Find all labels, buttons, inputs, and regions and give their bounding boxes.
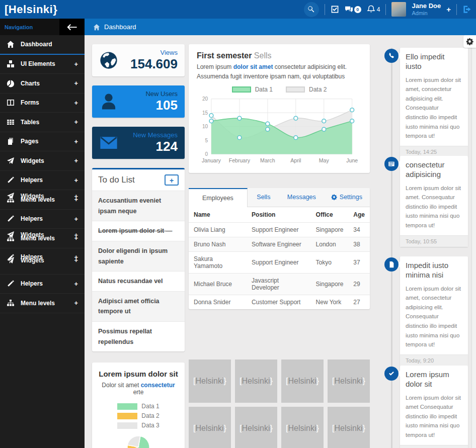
- sidebar-item-ui-elements[interactable]: UI Elements+: [0, 55, 85, 74]
- sidebar-item-tables[interactable]: Tables+: [0, 113, 85, 132]
- breadcrumb: Dashboard: [85, 19, 476, 35]
- timeline-file-icon: [384, 257, 399, 272]
- plane-icon: [7, 157, 15, 165]
- pie-card: Lorem ipsum dolor sit Dolor sit amet con…: [92, 363, 185, 448]
- logout-icon[interactable]: [462, 5, 472, 14]
- table-cell: 27: [348, 295, 370, 309]
- tab-settings[interactable]: Settings: [324, 188, 370, 207]
- add-button[interactable]: +: [446, 5, 451, 14]
- sidebar-item-dashboard[interactable]: Dashboard: [0, 35, 85, 55]
- expand-plus: +: [74, 234, 78, 242]
- sidebar-collapse-button[interactable]: [59, 19, 85, 35]
- svg-text:15: 15: [202, 110, 208, 116]
- envelope-icon: [99, 133, 118, 152]
- stat-value: 124: [118, 139, 178, 154]
- search-button[interactable]: [304, 2, 319, 17]
- expand-plus: +: [74, 215, 78, 223]
- table-icon: [7, 118, 15, 126]
- legend-swatch: [286, 86, 305, 93]
- legend-item[interactable]: Data 2: [286, 86, 327, 93]
- timeline-title: consectetur adipisicing: [406, 160, 462, 180]
- stat-label: Views: [118, 49, 178, 57]
- placeholder-image: [Helsinki}: [235, 360, 277, 403]
- sidebar-item-menu-levels[interactable]: Menu levels+Widgets+: [0, 229, 85, 248]
- breadcrumb-label[interactable]: Dashboard: [104, 23, 136, 31]
- description-link[interactable]: consectetur: [141, 382, 175, 389]
- sitemap-icon: [7, 196, 15, 204]
- stat-label: New Messages: [118, 132, 178, 139]
- sidebar-item-helpers[interactable]: Helpers+Widgets+: [0, 248, 85, 275]
- pie-legend: Data 1Data 2Data 3: [117, 403, 159, 431]
- legend-label: Data 2: [309, 86, 327, 93]
- sidebar-item-charts[interactable]: Charts+: [0, 74, 85, 94]
- svg-text:0: 0: [205, 151, 208, 157]
- legend-item[interactable]: Data 1: [232, 86, 273, 93]
- todo-item[interactable]: Natus recusandae vel: [92, 271, 185, 291]
- home-icon: [7, 40, 15, 48]
- timeline-entry: consectetur adipisicingLorem ipsum dolor…: [378, 156, 476, 247]
- panel-settings-button[interactable]: [463, 35, 476, 48]
- sidebar-item-widgets[interactable]: Widgets+: [0, 151, 85, 171]
- home-icon[interactable]: [93, 24, 100, 31]
- svg-text:March: March: [260, 157, 275, 163]
- employees-table: NamePositionOfficeAge Olivia LiangSuppor…: [189, 207, 370, 309]
- scrollbar[interactable]: [471, 35, 476, 448]
- todo-card: To do List + Accusantium eveniet ipsam n…: [92, 168, 185, 351]
- brand-logo: [Helsinki}: [0, 3, 57, 16]
- table-cell: Tokyo: [311, 251, 349, 273]
- stat-card-views[interactable]: Views154.609: [92, 44, 185, 76]
- sidebar-item-label: Charts: [21, 80, 68, 87]
- user-role: Admin: [412, 10, 441, 16]
- sidebar-item-label: Pages: [21, 138, 68, 145]
- sidebar-item-helpers[interactable]: Helpers+: [0, 275, 85, 294]
- todo-item[interactable]: Adipisci amet officia tempore ut: [92, 291, 185, 321]
- svg-text:20: 20: [202, 96, 208, 102]
- description-link[interactable]: dolor sit amet: [233, 63, 273, 70]
- todo-item[interactable]: Dolor eligendi in ipsum sapiente: [92, 241, 185, 271]
- timeline-title: Impedit iusto minima nisi: [406, 261, 462, 280]
- expand-plus: +: [74, 138, 78, 145]
- svg-text:February: February: [229, 157, 251, 163]
- notifications-button[interactable]: 4: [367, 5, 380, 14]
- bell-icon: [367, 5, 375, 14]
- semester-chart-card: First semester Sells Lorem ipsum dolor s…: [189, 44, 370, 173]
- tab-label: Sells: [257, 194, 270, 201]
- cubes-icon: [7, 60, 15, 68]
- stat-card-new-messages[interactable]: New Messages124: [92, 127, 185, 159]
- stat-card-new-users[interactable]: New Users105: [92, 85, 185, 118]
- expand-plus: +: [74, 118, 78, 126]
- timeline-time: Today, 9:20: [400, 354, 468, 366]
- sidebar-item-label: Dashboard: [21, 41, 72, 48]
- avatar[interactable]: [391, 2, 406, 17]
- todo-item[interactable]: Accusantium eveniet ipsam neque: [92, 191, 185, 221]
- divider: [325, 4, 325, 15]
- tasks-icon[interactable]: [331, 5, 339, 14]
- tab-sells[interactable]: Sells: [248, 188, 280, 207]
- tab-messages[interactable]: Messages: [280, 188, 324, 207]
- table-cell: Singapore: [311, 273, 349, 295]
- messages-button[interactable]: 0: [345, 5, 361, 14]
- timeline-time: Today, 10:55: [400, 235, 468, 247]
- sidebar-item-forms[interactable]: Forms+: [0, 94, 85, 113]
- expand-plus: +: [74, 299, 78, 307]
- user-block[interactable]: Jane Doe Admin: [412, 3, 441, 16]
- wand-icon: [7, 215, 15, 223]
- sidebar-item-menu-levels[interactable]: Menu levels+Widgets+: [0, 190, 85, 210]
- sidebar-item-label: Menu levels: [21, 300, 68, 307]
- legend-label: Data 2: [141, 412, 159, 419]
- table-cell: Support Engineer: [247, 222, 311, 237]
- table-row: Sakura YamamotoSupport EngineerTokyo37: [189, 251, 370, 273]
- sub-bar: Navigation Dashboard: [0, 19, 476, 35]
- todo-add-button[interactable]: +: [165, 174, 179, 186]
- sidebar-item-menu-levels[interactable]: Menu levels+: [0, 294, 85, 313]
- todo-item[interactable]: Possimus repellat repellendus: [92, 321, 185, 351]
- tab-employees[interactable]: Employees: [189, 188, 248, 207]
- sidebar-item-pages[interactable]: Pages+: [0, 132, 85, 152]
- table-cell: 38: [348, 237, 370, 251]
- sidebar-item-helpers[interactable]: Helpers+: [0, 171, 85, 191]
- messages-badge: 0: [354, 6, 361, 13]
- expand-plus: +: [74, 176, 78, 184]
- sidebar-item-helpers[interactable]: Helpers+: [0, 210, 85, 229]
- placeholder-image: [Helsinki}: [235, 407, 277, 448]
- todo-item[interactable]: Lorem ipsum dolor sit —: [92, 221, 185, 241]
